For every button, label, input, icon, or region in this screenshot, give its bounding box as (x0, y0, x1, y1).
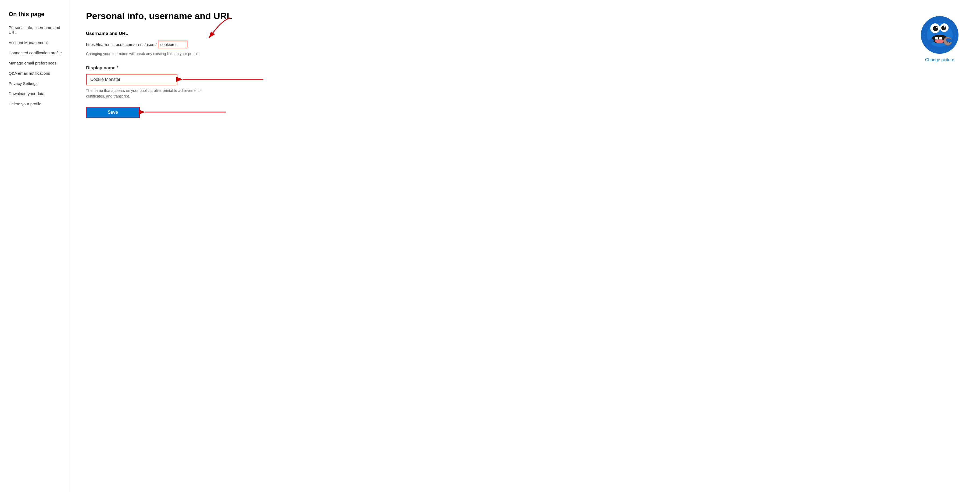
sidebar-link-download-data[interactable]: Download your data (9, 91, 45, 96)
display-name-section: Display name * The name that appears on … (86, 65, 964, 118)
arrow-to-display-name (180, 76, 266, 83)
sidebar-link-delete-profile[interactable]: Delete your profile (9, 102, 41, 106)
sidebar-link-manage-email[interactable]: Manage email preferences (9, 61, 56, 65)
svg-point-8 (944, 26, 946, 28)
sidebar-title: On this page (9, 11, 63, 18)
arrow-to-save-button (142, 109, 229, 115)
sidebar-item-download-data[interactable]: Download your data (9, 91, 63, 96)
sidebar-link-connected-cert[interactable]: Connected certification profile (9, 51, 62, 55)
svg-marker-22 (938, 17, 940, 20)
svg-point-5 (933, 26, 938, 31)
sidebar-item-manage-email[interactable]: Manage email preferences (9, 61, 63, 65)
sidebar: On this page Personal info, username and… (0, 0, 70, 492)
change-picture-link[interactable]: Change picture (925, 57, 955, 62)
svg-rect-10 (935, 37, 938, 40)
svg-point-7 (936, 27, 937, 28)
sidebar-link-qa-notifications[interactable]: Q&A email notifications (9, 71, 50, 76)
url-row: https://learn.microsoft.com/en-us/users/ (86, 41, 964, 48)
page-title: Personal info, username and URL (86, 11, 964, 21)
svg-marker-23 (942, 18, 944, 21)
svg-rect-11 (939, 37, 942, 40)
username-section-title: Username and URL (86, 31, 964, 36)
display-name-input-wrapper (86, 74, 177, 88)
username-input-wrapper (158, 41, 187, 48)
svg-marker-21 (933, 18, 935, 21)
sidebar-link-privacy-settings[interactable]: Privacy Settings (9, 81, 38, 86)
sidebar-item-personal-info[interactable]: Personal info, username and URL (9, 25, 63, 35)
username-url-section: Username and URL https://learn.microsoft… (86, 31, 964, 57)
sidebar-link-personal-info[interactable]: Personal info, username and URL (9, 25, 60, 35)
main-content: Change picture Personal info, username a… (70, 0, 980, 492)
avatar-area: Change picture (921, 16, 958, 62)
sidebar-navigation: Personal info, username and URL Account … (9, 25, 63, 106)
sidebar-item-connected-cert[interactable]: Connected certification profile (9, 51, 63, 56)
url-base-text: https://learn.microsoft.com/en-us/users/ (86, 42, 157, 47)
sidebar-link-account-management[interactable]: Account Management (9, 40, 48, 45)
username-hint: Changing your username will break any ex… (86, 51, 220, 57)
username-input[interactable] (158, 41, 187, 48)
sidebar-item-delete-profile[interactable]: Delete your profile (9, 102, 63, 106)
svg-point-6 (941, 25, 946, 30)
display-name-label: Display name * (86, 65, 964, 71)
sidebar-item-privacy-settings[interactable]: Privacy Settings (9, 81, 63, 86)
sidebar-item-qa-notifications[interactable]: Q&A email notifications (9, 71, 63, 76)
sidebar-item-account-management[interactable]: Account Management (9, 40, 63, 45)
save-button[interactable]: Save (86, 107, 140, 118)
display-name-input[interactable] (86, 74, 177, 85)
display-name-hint: The name that appears on your public pro… (86, 88, 215, 99)
save-button-wrapper: Save (86, 107, 140, 118)
